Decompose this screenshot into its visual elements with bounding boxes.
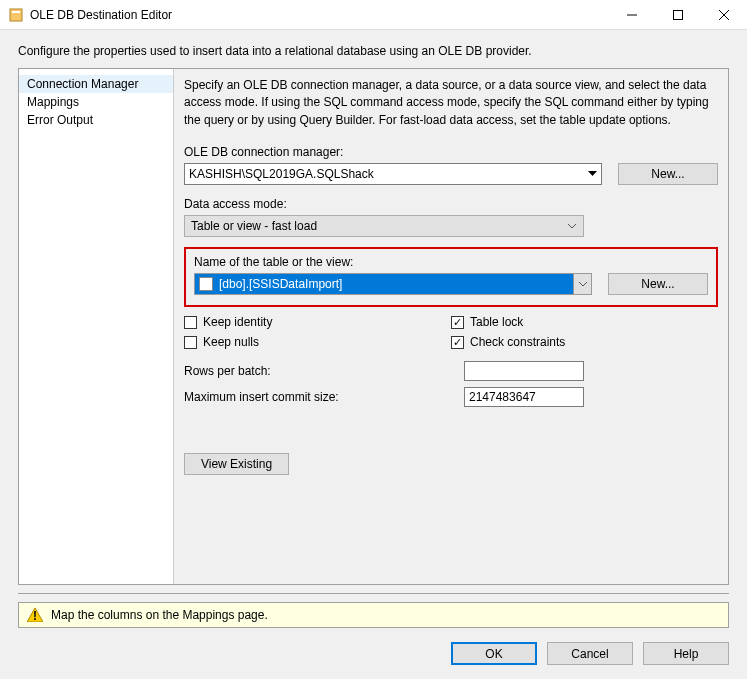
- chevron-down-icon: [567, 223, 577, 229]
- warning-bar: ! Map the columns on the Mappings page.: [18, 602, 729, 628]
- window-title: OLE DB Destination Editor: [30, 8, 609, 22]
- sidebar-item-mappings[interactable]: Mappings: [19, 93, 173, 111]
- svg-rect-0: [10, 9, 22, 21]
- warning-icon: !: [27, 608, 43, 622]
- connection-manager-value: KASHISH\SQL2019GA.SQLShack: [189, 167, 374, 181]
- svg-rect-3: [674, 10, 683, 19]
- access-mode-label: Data access mode:: [184, 197, 718, 211]
- titlebar: OLE DB Destination Editor: [0, 0, 747, 30]
- table-icon: [199, 277, 213, 291]
- close-button[interactable]: [701, 0, 747, 30]
- dropdown-arrow-icon: [588, 171, 597, 177]
- access-mode-select[interactable]: Table or view - fast load: [184, 215, 584, 237]
- rows-per-batch-input[interactable]: [464, 361, 584, 381]
- table-select[interactable]: [dbo].[SSISDataImport]: [194, 273, 592, 295]
- help-button[interactable]: Help: [643, 642, 729, 665]
- rows-per-batch-label: Rows per batch:: [184, 364, 464, 378]
- sidebar: Connection Manager Mappings Error Output: [19, 69, 174, 584]
- svg-text:!: !: [33, 609, 37, 622]
- window-body: Configure the properties used to insert …: [0, 30, 747, 679]
- warning-text: Map the columns on the Mappings page.: [51, 608, 268, 622]
- cancel-button[interactable]: Cancel: [547, 642, 633, 665]
- svg-rect-1: [12, 11, 20, 13]
- check-constraints-checkbox[interactable]: [451, 336, 464, 349]
- content-panel: Specify an OLE DB connection manager, a …: [174, 69, 728, 584]
- table-selection-highlight: Name of the table or the view: [dbo].[SS…: [184, 247, 718, 307]
- sidebar-item-error-output[interactable]: Error Output: [19, 111, 173, 129]
- minimize-button[interactable]: [609, 0, 655, 30]
- spec-text: Specify an OLE DB connection manager, a …: [184, 77, 718, 129]
- table-value: [dbo].[SSISDataImport]: [219, 277, 342, 291]
- table-lock-checkbox[interactable]: [451, 316, 464, 329]
- dialog-buttons: OK Cancel Help: [0, 628, 747, 679]
- maximize-button[interactable]: [655, 0, 701, 30]
- app-icon: [8, 7, 24, 23]
- svg-marker-6: [588, 171, 597, 176]
- description-text: Configure the properties used to insert …: [0, 30, 747, 68]
- table-lock-label: Table lock: [470, 315, 523, 329]
- view-existing-button[interactable]: View Existing: [184, 453, 289, 475]
- keep-identity-checkbox[interactable]: [184, 316, 197, 329]
- table-name-label: Name of the table or the view:: [194, 255, 708, 269]
- max-commit-input[interactable]: [464, 387, 584, 407]
- keep-nulls-checkbox[interactable]: [184, 336, 197, 349]
- access-mode-value: Table or view - fast load: [191, 219, 317, 233]
- check-constraints-label: Check constraints: [470, 335, 565, 349]
- main-area: Connection Manager Mappings Error Output…: [18, 68, 729, 585]
- sidebar-item-connection-manager[interactable]: Connection Manager: [19, 75, 173, 93]
- table-new-button[interactable]: New...: [608, 273, 708, 295]
- connection-new-button[interactable]: New...: [618, 163, 718, 185]
- max-commit-label: Maximum insert commit size:: [184, 390, 464, 404]
- connection-manager-label: OLE DB connection manager:: [184, 145, 718, 159]
- ok-button[interactable]: OK: [451, 642, 537, 665]
- chevron-down-icon: [573, 274, 591, 294]
- connection-manager-select[interactable]: KASHISH\SQL2019GA.SQLShack: [184, 163, 602, 185]
- keep-identity-label: Keep identity: [203, 315, 272, 329]
- separator: [18, 593, 729, 594]
- keep-nulls-label: Keep nulls: [203, 335, 259, 349]
